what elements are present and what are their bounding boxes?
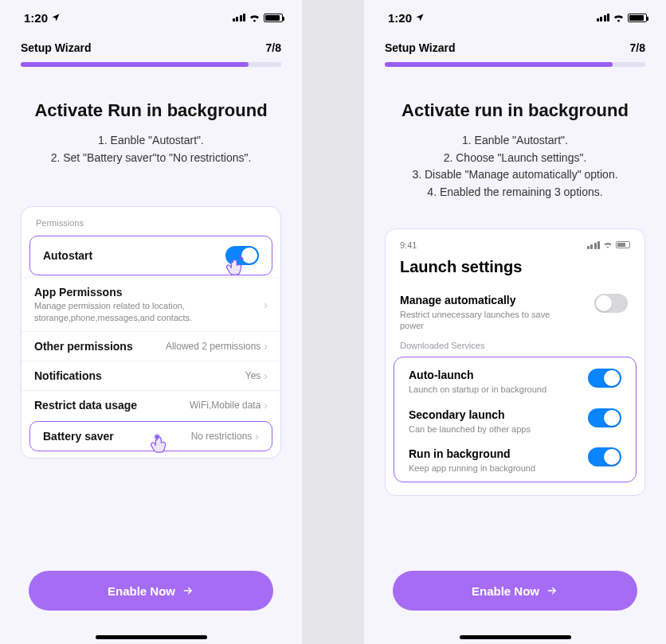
row-restrict-data[interactable]: Restrict data usage WiFi,Mobile data› xyxy=(22,390,280,420)
wifi-icon xyxy=(613,14,625,22)
battery-icon xyxy=(628,14,647,22)
highlighted-options-group: Auto-launch Launch on startup or in back… xyxy=(394,357,637,482)
svg-point-0 xyxy=(154,433,161,440)
instructions: 1. Eanble "Autostart". 2. Set "Battery s… xyxy=(0,132,302,166)
wizard-step: 7/8 xyxy=(630,41,645,54)
wizard-header: Setup Wizard 7/8 xyxy=(364,35,666,57)
page-title: Activate Run in background xyxy=(0,100,302,121)
inner-status-bar: 9:41 xyxy=(386,240,644,250)
row-other-permissions[interactable]: Other permissions Allowed 2 permissions› xyxy=(22,331,280,361)
arrow-right-icon xyxy=(546,585,558,596)
row-run-background[interactable]: Run in background Keep app running in ba… xyxy=(401,439,629,478)
wizard-title: Setup Wizard xyxy=(21,41,92,54)
toggle-auto-launch[interactable] xyxy=(588,369,621,388)
chevron-right-icon: › xyxy=(264,299,268,311)
phone-left: 1:20 Setup Wizard 7/8 Activate Run in ba… xyxy=(0,0,302,644)
row-autostart[interactable]: Autostart xyxy=(29,236,272,275)
row-battery-saver[interactable]: Battery saver No restrictions› xyxy=(29,421,272,451)
row-app-permissions[interactable]: App Permissons Manage permission related… xyxy=(22,277,280,331)
row-secondary-launch[interactable]: Secondary launch Can be launched by othe… xyxy=(401,400,629,439)
status-time: 1:20 xyxy=(24,11,48,25)
wizard-step: 7/8 xyxy=(266,41,281,54)
chevron-right-icon: › xyxy=(264,399,268,412)
status-bar: 1:20 xyxy=(0,0,302,35)
card-section-label: Permissions xyxy=(22,215,280,234)
toggle-run-background[interactable] xyxy=(588,447,621,466)
home-indicator xyxy=(460,635,571,639)
page-title: Activate run in background xyxy=(364,100,666,121)
wizard-header: Setup Wizard 7/8 xyxy=(0,35,302,57)
launch-settings-card: 9:41 Launch settings Manage automaticall… xyxy=(385,228,645,496)
instructions: 1. Eanble "Autostart". 2. Choose "Launch… xyxy=(364,132,666,201)
location-icon xyxy=(51,13,61,22)
signal-icon xyxy=(597,14,610,21)
inner-status-icons xyxy=(587,240,631,250)
arrow-right-icon xyxy=(182,585,194,596)
wizard-progress xyxy=(21,62,281,67)
section-downloaded-services: Downloaded Services xyxy=(386,336,644,352)
chevron-right-icon: › xyxy=(255,430,259,443)
row-auto-launch[interactable]: Auto-launch Launch on startup or in back… xyxy=(401,361,629,400)
signal-icon xyxy=(233,14,246,21)
status-time: 1:20 xyxy=(388,11,412,25)
battery-icon xyxy=(264,14,283,22)
chevron-right-icon: › xyxy=(264,369,268,382)
status-bar: 1:20 xyxy=(364,0,666,35)
permissions-card: Permissions Autostart App Permissons Man… xyxy=(21,206,281,459)
toggle-manage-auto[interactable] xyxy=(594,294,628,313)
wifi-icon xyxy=(249,14,261,22)
enable-now-button[interactable]: Enable Now xyxy=(393,571,637,611)
toggle-secondary-launch[interactable] xyxy=(588,408,621,427)
inner-title: Launch settings xyxy=(386,250,644,286)
row-notifications[interactable]: Notifications Yes› xyxy=(22,361,280,390)
home-indicator xyxy=(96,635,207,639)
location-icon xyxy=(415,13,425,22)
wizard-title: Setup Wizard xyxy=(385,41,456,54)
phone-right: 1:20 Setup Wizard 7/8 Activate run in ba… xyxy=(364,0,666,644)
toggle-autostart[interactable] xyxy=(225,246,259,265)
svg-point-1 xyxy=(155,435,159,439)
chevron-right-icon: › xyxy=(264,340,268,353)
wizard-progress xyxy=(385,62,645,67)
enable-now-button[interactable]: Enable Now xyxy=(29,571,273,611)
